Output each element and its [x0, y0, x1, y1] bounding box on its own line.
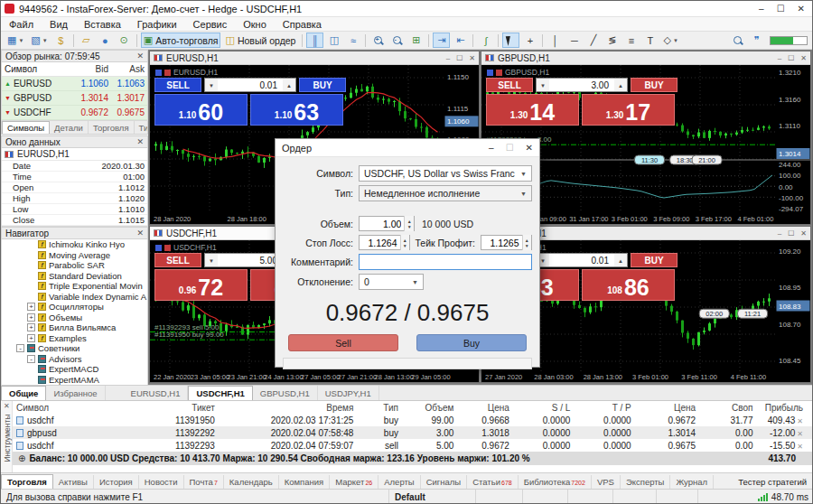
text-tool-button[interactable]: T	[641, 33, 659, 48]
sell-button[interactable]: SELL	[154, 253, 201, 267]
volume-stepper[interactable]: ▼0.01▲	[536, 253, 628, 267]
search-button[interactable]	[729, 33, 746, 48]
sell-price[interactable]: 1.3014	[486, 94, 579, 126]
market-watch-tab-Торговля[interactable]: Торговля	[89, 121, 135, 134]
close-position-icon[interactable]: ✕	[797, 443, 803, 451]
symbol-select[interactable]: USDCHF, US Dollar vs Swiss Franc▼	[359, 165, 532, 182]
toolbox-tab-История[interactable]: История	[94, 475, 139, 489]
expand-summary-icon[interactable]: ⊕	[18, 453, 25, 463]
menu-item-Окно[interactable]: Окно	[235, 17, 275, 31]
market-watch-tab-Детали[interactable]: Детали	[50, 121, 89, 134]
navigator-item[interactable]: +fБилла Вильямса	[2, 322, 147, 333]
navigator-tab-Общие[interactable]: Общие	[1, 386, 46, 400]
toolbox-tab-Сигналы[interactable]: Сигналы	[421, 475, 468, 489]
buy-button[interactable]: BUY	[631, 78, 678, 92]
cursor-button[interactable]	[502, 33, 519, 48]
menu-item-Справка[interactable]: Справка	[275, 17, 330, 31]
chart-tab-USDJPY,H1[interactable]: USDJPY,H1	[318, 386, 379, 400]
market-watch-row-USDCHF[interactable]: ▼USDCHF0.96720.9675	[2, 106, 147, 120]
sell-button[interactable]: SELL	[486, 78, 533, 92]
indicators-button[interactable]: ∫	[477, 33, 494, 48]
chart-candles-button[interactable]: ◫	[325, 33, 342, 48]
volume-stepper[interactable]: ▼3.00▲	[536, 78, 628, 92]
navigator-item[interactable]: -Advisors	[2, 354, 147, 365]
volume-up-icon[interactable]: ▲	[614, 79, 627, 91]
chart-close-button[interactable]: ✕	[800, 229, 807, 238]
chart-maximize-button[interactable]: ☐	[788, 54, 794, 62]
market-watch-tab-Символы[interactable]: Символы	[2, 121, 50, 134]
spinner-icons[interactable]: ▲▼	[400, 235, 409, 250]
toolbox-tab-Библиотека[interactable]: Библиотека7202	[519, 475, 592, 489]
stop-loss-field[interactable]	[360, 237, 400, 249]
volume-down-icon[interactable]: ▼	[537, 79, 549, 91]
navigator-item[interactable]: fIchimoku Kinko Hyo	[2, 239, 147, 250]
navigator-tab-Избранное[interactable]: Избранное	[46, 386, 105, 400]
toolbox-tab-Торговля[interactable]: Торговля	[1, 474, 53, 489]
chat-button[interactable]: ❞	[748, 33, 765, 48]
navigator-item[interactable]: +fОбъемы	[2, 313, 147, 323]
zoom-in-button[interactable]: +	[369, 33, 387, 48]
execution-type-select[interactable]: Немедленное исполнение▼	[359, 185, 532, 201]
market-watch-row-EURUSD[interactable]: ▲EURUSD1.10601.1063	[2, 77, 147, 91]
chart-tab-USDCHF,H1[interactable]: USDCHF,H1	[188, 386, 252, 400]
navigator-item[interactable]: ExpertMACD	[2, 364, 147, 375]
sell-price[interactable]: 1.1060	[154, 94, 248, 126]
payments-button[interactable]: ▱	[78, 33, 95, 48]
volume-input[interactable]: ▲▼	[359, 216, 415, 231]
menu-item-Файл[interactable]: Файл	[1, 17, 42, 31]
expand-icon[interactable]: +	[27, 313, 35, 322]
new-order-button[interactable]: ◫Новый ордер	[222, 33, 298, 48]
profiles-button[interactable]: ▧▼	[28, 33, 50, 48]
deviation-select[interactable]: 0▼	[359, 274, 424, 290]
collapse-icon[interactable]: -	[16, 344, 24, 352]
take-profit-field[interactable]	[481, 237, 522, 249]
navigator-item[interactable]: fParabolic SAR	[2, 260, 147, 271]
navigator-item[interactable]: +fОсцилляторы	[2, 302, 147, 313]
market-watch-close-icon[interactable]: ✕	[136, 51, 144, 61]
buy-price[interactable]: 1.3017	[582, 94, 675, 126]
toolbox-tab-Маркет[interactable]: Маркет26	[330, 475, 378, 489]
toolbox-tab-Активы[interactable]: Активы	[53, 475, 94, 489]
market-watch-row-GBPUSD[interactable]: ▼GBPUSD1.30141.3017	[2, 91, 147, 106]
vline-button[interactable]: │	[547, 33, 564, 48]
expand-icon[interactable]: +	[27, 303, 35, 311]
stop-loss-input[interactable]: ▲▼	[359, 235, 410, 250]
sell-button[interactable]: SELL	[154, 78, 201, 92]
buy-button[interactable]: Buy	[416, 334, 527, 351]
navigator-item[interactable]: fVariable Index Dynamic A	[2, 292, 147, 303]
chart-close-button[interactable]: ✕	[469, 54, 475, 62]
community-button[interactable]: ●	[97, 33, 114, 48]
volume-stepper[interactable]: ▼0.01▲	[204, 78, 296, 92]
chart-window-title[interactable]: GBPUSD,H1–☐✕	[481, 51, 810, 65]
comment-input[interactable]	[359, 254, 532, 270]
navigator-item[interactable]: ExpertMAMA	[2, 375, 147, 386]
navigator-item[interactable]: fStandard Deviation	[2, 271, 147, 282]
chart-minimize-button[interactable]: –	[778, 229, 781, 238]
navigator-item[interactable]: fMoving Average	[2, 250, 147, 261]
data-window-close-icon[interactable]: ✕	[136, 137, 144, 146]
navigator-close-icon[interactable]: ✕	[136, 229, 144, 238]
spinner-icons[interactable]: ▲▼	[404, 216, 414, 231]
chart-tab-GBPUSD,H1[interactable]: GBPUSD,H1	[253, 386, 318, 400]
toolbox-tab-Компания[interactable]: Компания	[279, 475, 330, 489]
expand-icon[interactable]: +	[27, 334, 35, 342]
volume-up-icon[interactable]: ▲	[614, 254, 627, 266]
close-position-icon[interactable]: ✕	[797, 417, 803, 425]
chart-minimize-button[interactable]: –	[446, 54, 450, 62]
menu-item-Сервис[interactable]: Сервис	[185, 17, 236, 31]
position-row-11392292[interactable]: gbpusd113922922020.02.04 07:58:48buy3.00…	[13, 426, 813, 439]
menu-item-Вид[interactable]: Вид	[42, 17, 76, 31]
take-profit-input[interactable]: ▲▼	[481, 235, 532, 250]
buy-button[interactable]: BUY	[299, 78, 346, 92]
auto-scroll-button[interactable]: ⇤	[452, 33, 469, 48]
signals-button[interactable]: ⊙	[116, 33, 133, 48]
shift-end-button[interactable]: ⇥	[433, 33, 450, 48]
chart-maximize-button[interactable]: ☐	[788, 229, 794, 238]
toolbox-tab-Алерты[interactable]: Алерты	[378, 475, 420, 489]
position-row-11391950[interactable]: usdchf113919502020.02.03 17:31:25buy99.0…	[13, 414, 813, 426]
zoom-out-button[interactable]: -	[388, 33, 406, 48]
toolbox-tab-Новости[interactable]: Новости	[139, 475, 184, 489]
strategy-tester-link[interactable]: Тестер стратегий	[731, 475, 813, 489]
sell-button[interactable]: Sell	[288, 334, 398, 351]
volume-up-icon[interactable]: ▲	[283, 79, 295, 91]
